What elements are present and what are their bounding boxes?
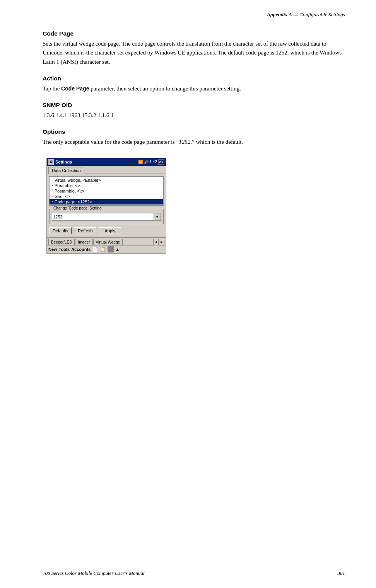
taskbar-up-icon: ▲ bbox=[115, 247, 120, 252]
header-title: Configurable Settings bbox=[299, 12, 345, 17]
title-bar-left: ⚙ Settings bbox=[48, 159, 72, 165]
page-header: Appendix A — Configurable Settings bbox=[43, 12, 345, 19]
data-collection-tab[interactable]: Data Collection bbox=[48, 167, 84, 174]
defaults-button[interactable]: Defaults bbox=[49, 227, 72, 234]
speaker-icon: 🔊 bbox=[144, 160, 149, 164]
apply-button[interactable]: Apply bbox=[99, 227, 121, 234]
section-heading-action: Action bbox=[43, 75, 345, 82]
header-separator: — bbox=[292, 12, 299, 17]
taskbar-tools[interactable]: Tools bbox=[59, 247, 70, 252]
list-area: Virtual wedge, <Enable> Preamble, <> Pos… bbox=[49, 176, 164, 206]
taskbar-accounts[interactable]: Accounts bbox=[71, 247, 91, 252]
body-text-action: Tap the Code Page parameter, then select… bbox=[43, 84, 345, 93]
tab-right-arrow[interactable]: ► bbox=[159, 239, 164, 245]
section-heading-options: Options bbox=[43, 128, 345, 135]
beeper-led-tab[interactable]: Beeper/LED bbox=[48, 239, 75, 245]
list-item-3[interactable]: Grid, <> bbox=[50, 194, 163, 199]
taskbar-grid-icon[interactable] bbox=[108, 246, 114, 252]
virtual-wedge-tab[interactable]: Virtual Wedge bbox=[93, 239, 123, 245]
dropdown-row: 1252 ▼ bbox=[52, 213, 161, 221]
title-bar: ⚙ Settings 📶 🔊 1:42 ok bbox=[47, 158, 166, 166]
body-text-code-page: Sets the virtual wedge code page. The co… bbox=[43, 39, 345, 66]
taskbar-doc-icon: 📄 bbox=[92, 246, 98, 252]
tab-bar: Data Collection bbox=[47, 166, 166, 174]
footer-left: 700 Series Color Mobile Computer User's … bbox=[43, 570, 145, 576]
action-suffix: parameter, then select an option to chan… bbox=[89, 85, 241, 92]
code-page-select[interactable]: 1252 bbox=[52, 213, 154, 221]
action-bold: Code Page bbox=[61, 85, 89, 92]
buttons-row: Defaults Refresh Apply bbox=[49, 227, 164, 234]
list-item-2[interactable]: Postamble, <\t> bbox=[50, 188, 163, 194]
antenna-icon: 📶 bbox=[138, 160, 143, 164]
page-footer: 700 Series Color Mobile Computer User's … bbox=[43, 570, 345, 576]
screenshot-container: ⚙ Settings 📶 🔊 1:42 ok Data Collection V… bbox=[46, 158, 166, 254]
change-group-legend: Change 'Code page' Setting bbox=[53, 206, 102, 210]
change-group: Change 'Code page' Setting 1252 ▼ bbox=[49, 209, 164, 224]
ok-button[interactable]: ok bbox=[158, 159, 164, 165]
header-appendix: Appendix A bbox=[267, 12, 292, 17]
taskbar-copy-icon: 📋 bbox=[100, 246, 106, 252]
tab-nav-arrows: ◄ ► bbox=[153, 239, 164, 245]
body-text-snmp: 1.3.6.1.4.1.1963.15.3.2.1.1.6.1 bbox=[43, 111, 345, 120]
title-bar-text: Settings bbox=[55, 160, 72, 164]
list-item-1[interactable]: Preamble, <> bbox=[50, 183, 163, 188]
refresh-button[interactable]: Refresh bbox=[74, 227, 96, 234]
section-heading-code-page: Code Page bbox=[43, 30, 345, 37]
tab-left-arrow[interactable]: ◄ bbox=[153, 239, 159, 245]
imager-tab[interactable]: Imager bbox=[75, 239, 92, 245]
taskbar-new[interactable]: New bbox=[48, 247, 57, 252]
body-text-options: The only acceptable value for the code p… bbox=[43, 138, 345, 147]
taskbar: New Tools Accounts 📄 📋 ▲ bbox=[47, 245, 166, 253]
title-bar-right: 📶 🔊 1:42 ok bbox=[138, 159, 164, 165]
section-heading-snmp: SNMP OID bbox=[43, 102, 345, 109]
action-prefix: Tap the bbox=[43, 85, 61, 92]
settings-icon: ⚙ bbox=[48, 159, 54, 165]
page-container: Appendix A — Configurable Settings Code … bbox=[0, 0, 376, 588]
list-item-0[interactable]: Virtual wedge, <Enable> bbox=[50, 177, 163, 183]
dropdown-arrow-icon[interactable]: ▼ bbox=[154, 213, 161, 221]
footer-right: 361 bbox=[338, 570, 345, 576]
list-item-4[interactable]: Code page, <1252> bbox=[50, 199, 163, 205]
options-suffix: ,” which is the default. bbox=[190, 139, 243, 145]
options-italic: 1252 bbox=[179, 139, 190, 145]
options-prefix: The only acceptable value for the code p… bbox=[43, 139, 179, 145]
bottom-tabs: Beeper/LED Imager Virtual Wedge ◄ ► bbox=[47, 237, 166, 245]
time-display: 1:42 bbox=[150, 160, 157, 164]
